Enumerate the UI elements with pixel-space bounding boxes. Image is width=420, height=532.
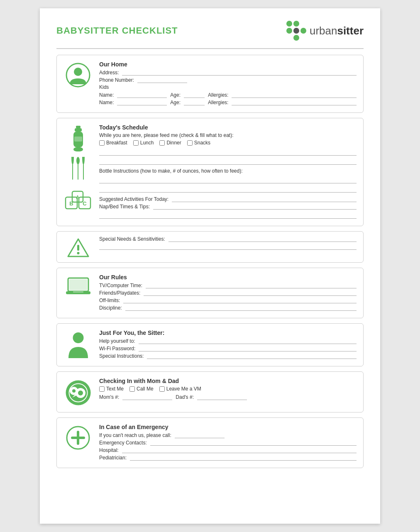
logo-bold: sitter xyxy=(337,24,364,37)
lunch-check[interactable] xyxy=(133,140,139,146)
discipline-label: Discipline: xyxy=(99,305,122,311)
utensils-icon xyxy=(71,157,85,180)
schedule-content: Today's Schedule While you are here, ple… xyxy=(99,124,357,220)
help-label: Help yourself to: xyxy=(99,338,135,344)
vm-checkbox[interactable]: Leave Me a VM xyxy=(159,386,201,392)
call-me-checkbox[interactable]: Call Me xyxy=(129,386,154,392)
call-me-check[interactable] xyxy=(129,386,135,392)
breakfast-label: Breakfast xyxy=(106,140,127,146)
lunch-checkbox[interactable]: Lunch xyxy=(133,140,154,146)
help-input[interactable] xyxy=(139,338,357,344)
bottle-icon xyxy=(71,126,85,153)
dinner-checkbox[interactable]: Dinner xyxy=(159,140,181,146)
checking-in-section: Checking In with Mom & Dad Text Me Call … xyxy=(56,371,364,412)
tv-input[interactable] xyxy=(146,282,357,288)
abc-icon: B A C xyxy=(65,188,92,213)
vm-check[interactable] xyxy=(159,386,165,392)
hospital-input[interactable] xyxy=(122,447,357,453)
friends-row: Friends/Playdates: xyxy=(99,290,357,296)
our-home-section: Our Home Address: Phone Number: Kids Nam… xyxy=(56,55,364,113)
name2-input[interactable] xyxy=(117,99,167,105)
laptop-icon xyxy=(65,276,92,298)
page-title: BABYSITTER CHECKLIST xyxy=(56,25,178,36)
schedule-section: B A C Today's Schedule While you are her… xyxy=(56,118,364,226)
special-sitter-input[interactable] xyxy=(147,353,357,359)
svg-point-24 xyxy=(73,332,83,343)
special-needs-label: Special Needs & Sensitivities: xyxy=(99,236,165,242)
special-needs-input[interactable] xyxy=(168,236,357,242)
offlimits-label: Off-limits: xyxy=(99,298,120,303)
schedule-icon-col: B A C xyxy=(63,124,93,213)
logo: urbansitter xyxy=(286,21,364,41)
header: BABYSITTER CHECKLIST urbansitter xyxy=(56,21,364,41)
bottle-1[interactable] xyxy=(99,176,357,183)
text-me-checkbox[interactable]: Text Me xyxy=(99,386,124,392)
pediatrician-label: Pediatrician: xyxy=(99,455,127,461)
warning-icon xyxy=(67,237,90,258)
name1-input[interactable] xyxy=(117,92,167,98)
our-home-icon-col xyxy=(63,61,93,88)
our-home-content: Our Home Address: Phone Number: Kids Nam… xyxy=(99,61,357,107)
allergies1-input[interactable] xyxy=(232,92,357,98)
wifi-input[interactable] xyxy=(139,345,357,351)
moms-input[interactable] xyxy=(122,394,172,400)
discipline-input[interactable] xyxy=(125,305,357,311)
vm-label: Leave Me a VM xyxy=(166,386,201,392)
dot1 xyxy=(286,21,292,27)
discipline-row: Discipline: xyxy=(99,305,357,311)
phone-input[interactable] xyxy=(137,77,187,83)
rules-title: Our Rules xyxy=(99,274,357,281)
dinner-check[interactable] xyxy=(159,140,165,146)
hospital-row: Hospital: xyxy=(99,447,357,453)
snacks-check[interactable] xyxy=(187,140,193,146)
age2-input[interactable] xyxy=(184,99,205,105)
checking-in-title: Checking In with Mom & Dad xyxy=(99,378,357,384)
special-sitter-row: Special Instructions: xyxy=(99,353,357,359)
age1-label: Age: xyxy=(170,92,181,98)
special-needs-extra[interactable] xyxy=(99,242,357,250)
nap-input[interactable] xyxy=(153,203,357,210)
svg-point-1 xyxy=(74,68,82,76)
address-input[interactable] xyxy=(122,69,357,76)
friends-input[interactable] xyxy=(144,290,357,296)
phone-row: Phone Number: xyxy=(99,77,357,83)
svg-point-9 xyxy=(76,157,80,164)
svg-rect-21 xyxy=(69,279,87,290)
allergies1-label: Allergies: xyxy=(208,92,228,98)
text-me-check[interactable] xyxy=(99,386,105,392)
activities-input[interactable] xyxy=(172,196,357,202)
call-input[interactable] xyxy=(175,432,225,438)
meal-notes-2[interactable] xyxy=(99,157,357,165)
wifi-row: Wi-Fi Password: xyxy=(99,345,357,351)
pediatrician-input[interactable] xyxy=(130,454,357,461)
meal-row: Breakfast Lunch Dinner Snacks xyxy=(99,140,357,146)
call-text: If you can't reach us, please call: xyxy=(99,432,171,438)
allergies2-input[interactable] xyxy=(232,99,357,105)
logo-text: urbansitter xyxy=(310,24,364,37)
breakfast-check[interactable] xyxy=(99,140,105,146)
name1-label: Name: xyxy=(99,92,114,98)
tv-label: TV/Computer Time: xyxy=(99,283,142,288)
meal-notes-1[interactable] xyxy=(99,148,357,156)
contacts-input[interactable] xyxy=(150,439,357,446)
chat-icon xyxy=(65,379,92,406)
call-me-label: Call Me xyxy=(137,386,154,392)
person-icon xyxy=(66,63,90,88)
hospital-label: Hospital: xyxy=(99,447,119,453)
age1-input[interactable] xyxy=(184,92,205,98)
child2-row: Name: Age: Allergies: xyxy=(99,99,357,105)
dads-label: Dad's #: xyxy=(176,394,194,400)
svg-rect-6 xyxy=(73,147,83,151)
offlimits-input[interactable] xyxy=(123,297,357,303)
our-home-title: Our Home xyxy=(99,61,357,68)
special-needs-row: Special Needs & Sensitivities: xyxy=(99,236,357,242)
breakfast-checkbox[interactable]: Breakfast xyxy=(99,140,127,146)
numbers-row: Mom's #: Dad's #: xyxy=(99,394,357,400)
bottle-2[interactable] xyxy=(99,185,357,193)
nap-extra[interactable] xyxy=(99,211,357,219)
phone-label: Phone Number: xyxy=(99,77,134,83)
dads-input[interactable] xyxy=(197,394,247,400)
pediatrician-row: Pediatrician: xyxy=(99,454,357,461)
svg-rect-34 xyxy=(71,437,85,439)
snacks-checkbox[interactable]: Snacks xyxy=(187,140,210,146)
